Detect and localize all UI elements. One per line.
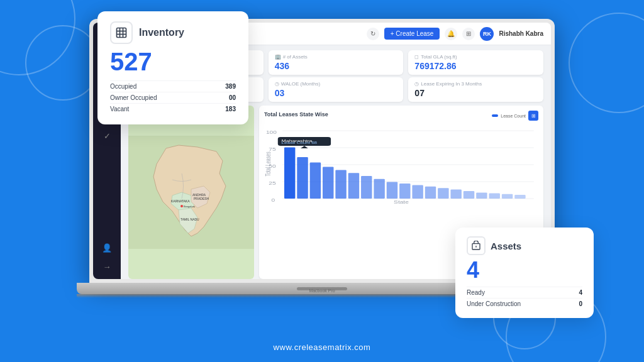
waloe-label: ◷ WALOE (Months) xyxy=(275,81,397,87)
svg-text:Lease Count 68: Lease Count 68 xyxy=(282,141,318,145)
sidebar-item-logout[interactable]: → xyxy=(99,259,114,274)
occupied-value: 389 xyxy=(225,83,236,90)
ready-value: 4 xyxy=(579,289,582,296)
assets-row-construction: Under Construction 0 xyxy=(467,298,582,309)
waloe-value: 03 xyxy=(275,88,397,98)
construction-label: Under Construction xyxy=(467,300,521,307)
svg-text:25: 25 xyxy=(269,181,275,186)
svg-text:Total Leases: Total Leases xyxy=(265,151,272,177)
svg-rect-21 xyxy=(335,170,346,199)
owner-label: Owner Occupied xyxy=(110,94,157,101)
svg-text:Bengaluru: Bengaluru xyxy=(184,205,195,208)
assets-count-label: 🏢 # of Assets xyxy=(275,54,397,60)
inventory-icon xyxy=(110,21,133,44)
user-name: Rishabh Kabra xyxy=(499,30,543,37)
chart-legend: Lease Count xyxy=(501,114,526,118)
avatar[interactable]: RK xyxy=(480,27,494,41)
svg-rect-26 xyxy=(399,184,410,199)
assets-row-ready: Ready 4 xyxy=(467,287,582,298)
inventory-number: 527 xyxy=(110,49,236,74)
svg-rect-30 xyxy=(450,190,461,199)
svg-rect-33 xyxy=(489,194,500,199)
bg-decoration-5 xyxy=(569,13,644,113)
map-svg: KARNATAKA ANDHRA PRADESH TAMIL NADU Beng… xyxy=(128,106,254,279)
chart-title: Total Leases State Wise xyxy=(264,111,328,118)
sidebar-item-user[interactable]: 👤 xyxy=(99,240,114,255)
assets-icon xyxy=(467,236,486,255)
vacant-value: 183 xyxy=(225,106,236,112)
lease-expiring-label: ◷ Lease Expiring In 3 Months xyxy=(414,81,537,87)
assets-title: Assets xyxy=(491,241,521,251)
assets-count-value: 436 xyxy=(275,61,397,71)
assets-count-card: 🏢 # of Assets 436 xyxy=(269,50,404,75)
svg-rect-20 xyxy=(323,167,333,199)
svg-point-5 xyxy=(180,205,183,207)
svg-text:0: 0 xyxy=(272,198,275,203)
inventory-row-vacant: Vacant 183 xyxy=(110,103,236,114)
svg-rect-25 xyxy=(387,182,397,199)
lease-expiring-value: 07 xyxy=(414,88,537,98)
create-lease-button[interactable]: + Create Lease xyxy=(384,28,440,40)
assets-number: 4 xyxy=(467,259,582,282)
svg-text:PRADESH: PRADESH xyxy=(194,197,209,200)
svg-rect-18 xyxy=(297,157,308,199)
svg-rect-17 xyxy=(284,147,295,199)
total-gla-label: ◻ Total GLA (sq.ft) xyxy=(414,54,537,60)
svg-rect-42 xyxy=(117,28,126,38)
svg-rect-23 xyxy=(361,176,372,199)
svg-text:TAMIL NADU: TAMIL NADU xyxy=(180,217,199,221)
svg-rect-19 xyxy=(310,162,321,199)
inventory-card-header: Inventory xyxy=(110,21,236,44)
svg-rect-31 xyxy=(464,191,474,199)
svg-rect-27 xyxy=(412,185,423,199)
svg-rect-29 xyxy=(438,188,448,199)
chart-expand-button[interactable]: ⊞ xyxy=(528,111,538,121)
svg-rect-35 xyxy=(514,195,525,199)
svg-rect-24 xyxy=(374,179,384,199)
assets-card: Assets 4 Ready 4 Under Construction 0 xyxy=(455,228,594,318)
ready-label: Ready xyxy=(467,289,485,296)
svg-text:State: State xyxy=(394,200,409,205)
sidebar-item-check[interactable]: ✓ xyxy=(99,128,114,143)
svg-rect-34 xyxy=(502,194,513,199)
svg-rect-22 xyxy=(348,173,359,199)
svg-marker-39 xyxy=(301,146,308,148)
inventory-row-owner: Owner Occupied 00 xyxy=(110,92,236,103)
map-container: KARNATAKA ANDHRA PRADESH TAMIL NADU Beng… xyxy=(128,106,254,279)
total-gla-card: ◻ Total GLA (sq.ft) 769172.86 xyxy=(408,50,543,75)
inventory-title: Inventory xyxy=(139,27,184,38)
grid-icon[interactable]: ⊞ xyxy=(462,28,475,40)
total-gla-value: 769172.86 xyxy=(414,61,537,71)
owner-value: 00 xyxy=(229,94,236,101)
website-url: www.creleasematrix.com xyxy=(274,343,371,352)
assets-card-header: Assets xyxy=(467,236,582,255)
svg-rect-32 xyxy=(476,192,487,199)
vacant-label: Vacant xyxy=(110,106,129,112)
svg-text:100: 100 xyxy=(266,130,277,135)
inventory-row-occupied: Occupied 389 xyxy=(110,80,236,92)
svg-text:KARNATAKA: KARNATAKA xyxy=(171,199,190,203)
create-lease-label: + Create Lease xyxy=(391,30,434,37)
notification-icon[interactable]: 🔔 xyxy=(445,28,457,40)
macbook-label: Macbook Pro xyxy=(309,288,335,293)
bar-chart: 0 25 50 75 100 xyxy=(264,123,538,205)
inventory-card: Inventory 527 Occupied 389 Owner Occupie… xyxy=(97,11,248,124)
occupied-label: Occupied xyxy=(110,83,136,90)
waloe-card: ◷ WALOE (Months) 03 xyxy=(269,77,404,102)
construction-value: 0 xyxy=(579,300,582,307)
lease-expiring-card: ◷ Lease Expiring In 3 Months 07 xyxy=(408,77,543,102)
refresh-icon[interactable]: ↻ xyxy=(367,28,379,40)
svg-rect-28 xyxy=(425,187,436,199)
